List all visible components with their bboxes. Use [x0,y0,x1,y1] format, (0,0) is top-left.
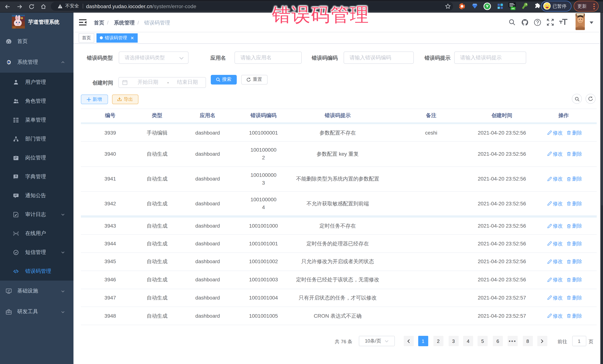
svg-text:on: on [511,7,514,10]
